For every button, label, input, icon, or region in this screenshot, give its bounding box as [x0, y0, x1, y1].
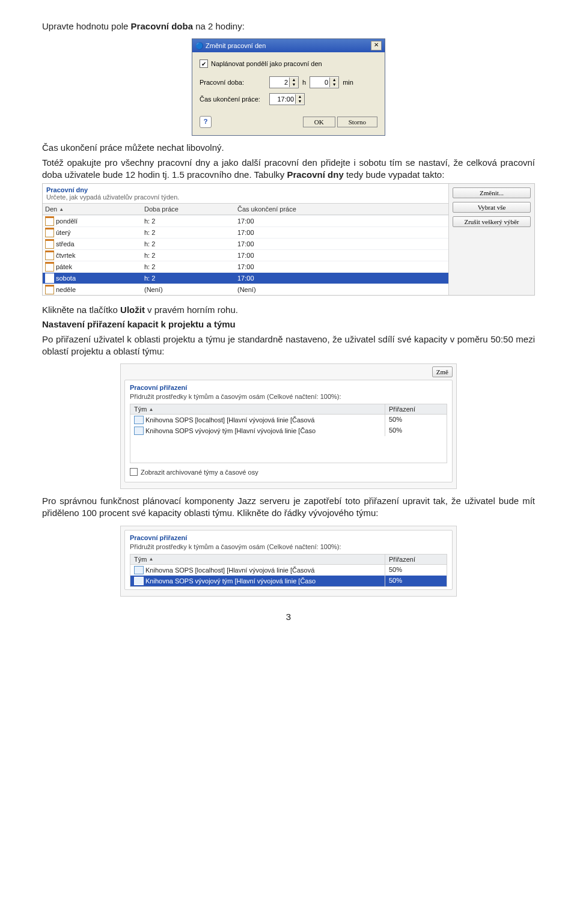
- work-assignment-panel-2: Pracovní přiřazení Přidružit prostředky …: [120, 526, 457, 597]
- help-icon[interactable]: ?: [200, 116, 212, 128]
- change-button[interactable]: Změnit...: [453, 187, 531, 198]
- checkbox-icon: [130, 468, 138, 476]
- sort-asc-icon: ▲: [148, 556, 153, 562]
- dialog-title: Změnit pracovní den: [206, 42, 266, 49]
- sort-asc-icon: ▲: [59, 207, 64, 212]
- calendar-icon: [45, 262, 54, 272]
- para-6: Pro správnou funkčnost plánovací kompone…: [42, 495, 535, 520]
- assignment-desc: Přidružit prostředky k týmům a časovým o…: [130, 543, 447, 550]
- para-1: Upravte hodnotu pole Pracovní doba na 2 …: [42, 20, 535, 32]
- team-icon: [134, 416, 144, 424]
- assignment-desc: Přidružit prostředky k týmům a časovým o…: [130, 393, 447, 400]
- dialog-change-workday: 🔵 Změnit pracovní den ✕ ✔ Naplánovat pon…: [192, 38, 385, 136]
- assignment-row[interactable]: Knihovna SOPS [localhost] [Hlavní vývojo…: [130, 565, 447, 576]
- table-title: Pracovní dny: [43, 184, 448, 193]
- team-icon: [134, 577, 144, 585]
- table-row[interactable]: úterýh: 217:00: [43, 226, 448, 238]
- assignment-header[interactable]: Tým ▲ Přiřazení: [130, 404, 447, 415]
- table-row[interactable]: čtvrtekh: 217:00: [43, 249, 448, 261]
- table-row[interactable]: sobotah: 217:00: [43, 272, 448, 284]
- dialog-titlebar: 🔵 Změnit pracovní den ✕: [192, 39, 385, 52]
- ok-button[interactable]: OK: [303, 117, 335, 127]
- label-work-hours: Pracovní doba:: [200, 79, 266, 86]
- calendar-icon: [45, 285, 54, 294]
- hours-stepper[interactable]: ▲▼: [269, 76, 299, 88]
- end-time-stepper[interactable]: ▲▼: [269, 93, 305, 105]
- calendar-icon: [45, 239, 54, 249]
- para-4: Klikněte na tlačítko Uložit v pravém hor…: [42, 304, 535, 316]
- sort-asc-icon: ▲: [148, 407, 153, 412]
- table-header[interactable]: Den ▲ Doba práce Čas ukončení práce: [43, 203, 448, 215]
- close-icon[interactable]: ✕: [371, 41, 382, 50]
- cancel-button[interactable]: Storno: [337, 117, 377, 127]
- calendar-icon: [45, 273, 54, 283]
- assignment-title: Pracovní přiřazení: [130, 384, 447, 391]
- change-button-small[interactable]: Změ: [432, 366, 453, 377]
- para-3: Totéž opakujte pro všechny pracovní dny …: [42, 157, 535, 181]
- table-desc: Určete, jak vypadá uživatelův pracovní t…: [43, 193, 448, 203]
- table-row[interactable]: středah: 217:00: [43, 238, 448, 249]
- select-all-button[interactable]: Vybrat vše: [453, 202, 531, 213]
- table-row[interactable]: neděle(Není)(Není): [43, 284, 448, 295]
- workdays-table: Pracovní dny Určete, jak vypadá uživatel…: [42, 183, 535, 296]
- assignment-row[interactable]: Knihovna SOPS [localhost] [Hlavní vývojo…: [130, 415, 447, 425]
- calendar-icon: [45, 216, 54, 226]
- calendar-icon: [45, 251, 54, 260]
- heading-assign: Nastavení přiřazení kapacit k projektu a…: [42, 318, 535, 330]
- table-row[interactable]: pátekh: 217:00: [43, 261, 448, 272]
- team-icon: [134, 427, 144, 435]
- label-end-time: Čas ukončení práce:: [200, 96, 266, 103]
- team-icon: [134, 566, 144, 574]
- table-row[interactable]: pondělíh: 217:00: [43, 215, 448, 226]
- checkbox-icon: ✔: [200, 59, 208, 68]
- checkbox-schedule-as-workday[interactable]: ✔ Naplánovat pondělí jako pracovní den: [200, 59, 377, 68]
- page-number: 3: [42, 612, 535, 622]
- para-2: Čas ukončení práce můžete nechat libovol…: [42, 142, 535, 154]
- minutes-stepper[interactable]: ▲▼: [310, 76, 339, 88]
- assignment-row[interactable]: Knihovna SOPS vývojový tým [Hlavní vývoj…: [130, 576, 447, 586]
- deselect-all-button[interactable]: Zrušit veškerý výběr: [453, 216, 531, 227]
- assignment-title: Pracovní přiřazení: [130, 534, 447, 541]
- calendar-icon: [45, 228, 54, 237]
- work-assignment-panel-1: Změ Pracovní přiřazení Přidružit prostře…: [120, 363, 457, 489]
- para-5: Po přiřazení uživatel k oblasti projektu…: [42, 333, 535, 358]
- show-archived-checkbox[interactable]: Zobrazit archivované týmy a časové osy: [130, 468, 447, 476]
- assignment-row[interactable]: Knihovna SOPS vývojový tým [Hlavní vývoj…: [130, 425, 447, 436]
- assignment-header[interactable]: Tým ▲ Přiřazení: [130, 555, 447, 565]
